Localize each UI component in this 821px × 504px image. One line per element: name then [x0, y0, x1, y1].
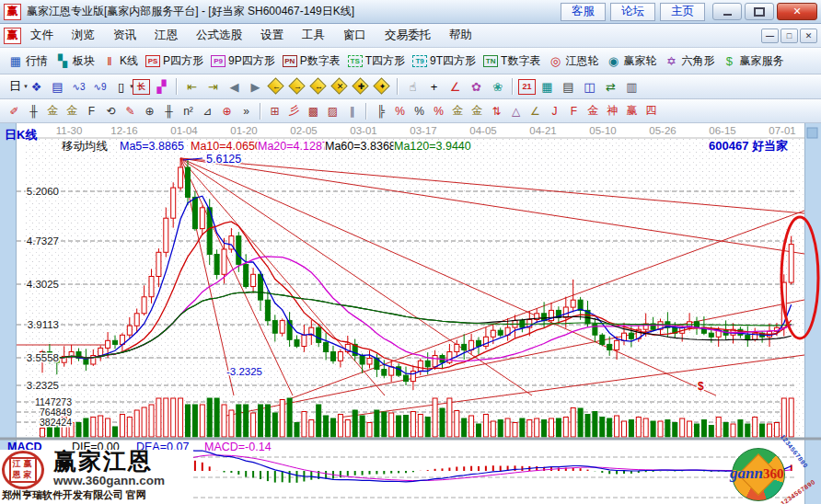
calendar-icon[interactable]: 21 — [518, 79, 536, 95]
vendor-website-link[interactable]: www.360gann.com — [53, 474, 193, 488]
first-bar-icon[interactable]: ⇤ — [182, 77, 202, 96]
child-restore-button[interactable]: □ — [781, 29, 798, 43]
percent3-icon[interactable]: % — [430, 102, 448, 120]
t-number-button[interactable]: TNT数字表 — [480, 53, 544, 69]
t-square-button[interactable]: TST四方形 — [344, 53, 409, 69]
period-day-icon[interactable]: 日▼ — [6, 77, 25, 96]
gold-comb2-icon[interactable]: 金 — [64, 102, 82, 120]
svg-text:移动均线: 移动均线 — [62, 140, 108, 153]
measure-icon[interactable]: ⇅ — [488, 102, 506, 120]
dragon-tool-icon[interactable]: ❀ — [488, 77, 507, 96]
window-title: 赢家江恩专业版[赢家内部服务平台] - [好当家 SH600467-149日K线… — [27, 4, 354, 19]
compress-bars-icon[interactable]: ✕ — [330, 77, 350, 96]
t-number-icon: TN — [483, 55, 498, 67]
next-bar-icon[interactable]: ▶ — [246, 77, 265, 96]
n2-icon[interactable]: n² — [179, 102, 198, 120]
candle-style-icon[interactable]: ▯▼ — [111, 77, 131, 96]
maximize-button[interactable] — [745, 3, 774, 20]
time-comb-icon[interactable]: ╫ — [160, 102, 179, 120]
save-icon[interactable]: ◫ — [580, 77, 599, 96]
percent-line-icon[interactable]: % — [391, 102, 410, 120]
last-bar-icon[interactable]: ⇥ — [203, 77, 223, 96]
kline-button[interactable]: ‖K线 — [98, 53, 142, 69]
color-histogram-icon[interactable]: ▞ — [152, 77, 171, 96]
homepage-button[interactable]: 主页 — [660, 3, 705, 21]
winner-wheel-button[interactable]: ◉赢家轮 — [602, 53, 660, 69]
service-dollar-button[interactable]: $赢家服务 — [718, 53, 787, 69]
angle-ying-icon[interactable]: 赢 — [623, 102, 642, 120]
customer-service-button[interactable]: 客服 — [561, 3, 606, 21]
p-square-button[interactable]: PSP四方形 — [142, 53, 207, 69]
menu-item-5[interactable]: 设置 — [251, 28, 293, 43]
export-icon[interactable]: ⇄ — [601, 77, 620, 96]
print-icon[interactable]: ▥ — [622, 77, 642, 96]
wave-9-icon[interactable]: ∿9 — [90, 77, 110, 96]
menu-item-8[interactable]: 交易委托 — [376, 28, 440, 43]
hand-tool-icon[interactable]: ☝ — [403, 77, 422, 96]
angle-shen-icon[interactable]: 神 — [604, 102, 622, 120]
percent2-icon[interactable]: % — [410, 102, 429, 120]
child-close-button[interactable]: ✕ — [800, 29, 817, 43]
angle-si-icon[interactable]: 四 — [642, 102, 661, 120]
gold-angle-icon[interactable]: ∠ — [526, 102, 545, 120]
gann-fan-icon[interactable]: 彡 — [285, 102, 304, 120]
wave-triangle-icon[interactable]: △ — [507, 102, 526, 120]
gann-grid2-icon[interactable]: ▨ — [324, 102, 342, 120]
gold-comb-icon[interactable]: 金 — [44, 102, 63, 120]
fib-comb-icon[interactable]: F — [83, 102, 101, 120]
menu-item-2[interactable]: 资讯 — [104, 28, 145, 43]
forum-button[interactable]: 论坛 — [610, 3, 655, 21]
spiral-icon[interactable]: ⟲ — [102, 102, 121, 120]
t9-square-button[interactable]: T99T四方形 — [409, 53, 480, 69]
parallel-lines-icon[interactable]: ∥ — [343, 102, 362, 120]
menu-item-6[interactable]: 工具 — [293, 28, 334, 43]
price-ladder-icon[interactable]: ╠ — [372, 102, 390, 120]
menu-item-1[interactable]: 浏览 — [63, 28, 104, 43]
more-tools-chevron-icon[interactable]: » — [237, 102, 256, 120]
memo-icon[interactable]: ▤ — [559, 77, 578, 96]
gold-circle-icon[interactable]: 金 — [449, 102, 468, 120]
angle-tool-icon[interactable]: ∠ — [445, 77, 465, 96]
zoom-horizontal-icon[interactable]: ↔ — [309, 77, 329, 96]
quote-grid-button[interactable]: ▦行情 — [5, 53, 52, 69]
expand-bars-icon[interactable]: ✚ — [352, 77, 371, 96]
hexagon-button[interactable]: ✡六角形 — [660, 53, 718, 69]
gann-text-icon[interactable]: 长 — [133, 79, 150, 95]
gann-grid-icon[interactable]: ▩ — [305, 102, 323, 120]
p-number-button[interactable]: PNP数字表 — [279, 53, 344, 69]
menu-item-4[interactable]: 公式选股 — [187, 28, 251, 43]
price-comb-icon[interactable]: ╫ — [25, 102, 43, 120]
target-cross-icon[interactable]: ⊕ — [218, 102, 237, 120]
crosshair-tool-icon[interactable]: + — [424, 77, 444, 96]
close-button[interactable] — [777, 3, 817, 20]
angle-gold-icon[interactable]: 金 — [584, 102, 603, 120]
kline-chart-canvas[interactable]: 11-3012-1601-0401-2002-0503-0103-1704-05… — [0, 123, 821, 504]
gann-box-icon[interactable]: ⊞ — [266, 102, 284, 120]
angle-f-icon[interactable]: F — [565, 102, 584, 120]
menu-item-3[interactable]: 江恩 — [145, 28, 187, 43]
gann-wheel-button[interactable]: ◎江恩轮 — [544, 53, 602, 69]
angle-j-icon[interactable]: J — [546, 102, 564, 120]
minimize-button[interactable] — [712, 3, 742, 20]
prev-bar-icon[interactable]: ◀ — [225, 77, 244, 96]
pencil-tool-icon[interactable]: ✎ — [121, 102, 140, 120]
child-minimize-button[interactable]: — — [761, 29, 779, 43]
flag-angle-icon[interactable]: ⊿ — [199, 102, 217, 120]
paint-tool-icon[interactable]: ✐ — [6, 102, 24, 120]
chart-layout-icon[interactable]: ❖ — [27, 77, 46, 96]
wave-3-icon[interactable]: ∿3 — [69, 77, 88, 96]
menu-item-9[interactable]: 帮助 — [440, 28, 481, 43]
pattern-tool-icon[interactable]: ✿ — [467, 77, 486, 96]
full-range-icon[interactable]: ✦ — [373, 77, 392, 96]
gold-circle2-icon[interactable]: 金 — [468, 102, 487, 120]
p9-square-button[interactable]: P99P四方形 — [207, 53, 279, 69]
zoom-left-icon[interactable]: ← — [267, 77, 286, 96]
menu-item-0[interactable]: 文件 — [21, 28, 63, 43]
menu-item-7[interactable]: 窗口 — [334, 28, 376, 43]
matrix-icon[interactable]: ▦ — [538, 77, 557, 96]
cycle-circle-icon[interactable]: ⊕ — [141, 102, 159, 120]
sector-blocks-button[interactable]: ▚板块 — [52, 53, 98, 69]
toolbar-label: T四方形 — [365, 53, 405, 69]
zoom-right-icon[interactable]: → — [288, 77, 307, 96]
info-panel-icon[interactable]: ▤ — [48, 77, 67, 96]
